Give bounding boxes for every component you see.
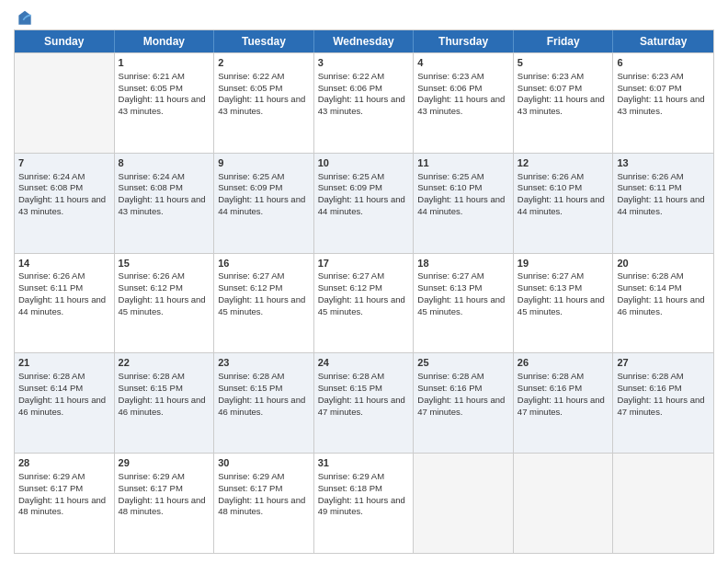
sunset-text: Sunset: 6:14 PM — [617, 282, 681, 293]
calendar-week: 28 Sunrise: 6:29 AM Sunset: 6:17 PM Dayl… — [15, 453, 713, 553]
calendar-day: 29 Sunrise: 6:29 AM Sunset: 6:17 PM Dayl… — [115, 454, 215, 553]
sunrise-text: Sunrise: 6:29 AM — [18, 471, 85, 481]
weekday-header: Thursday — [414, 30, 514, 52]
day-number: 30 — [218, 456, 310, 470]
daylight-text: Daylight: 11 hours and 44 minutes. — [18, 294, 106, 316]
sunset-text: Sunset: 6:09 PM — [318, 182, 382, 192]
calendar-day: 7 Sunrise: 6:24 AM Sunset: 6:08 PM Dayli… — [15, 154, 115, 253]
sunset-text: Sunset: 6:12 PM — [218, 282, 282, 293]
sunset-text: Sunset: 6:15 PM — [218, 383, 282, 393]
day-number: 23 — [218, 356, 310, 370]
sunrise-text: Sunrise: 6:25 AM — [417, 171, 483, 181]
daylight-text: Daylight: 11 hours and 43 minutes. — [318, 94, 405, 116]
sunset-text: Sunset: 6:11 PM — [617, 182, 681, 192]
calendar-day: 27 Sunrise: 6:28 AM Sunset: 6:16 PM Dayl… — [613, 353, 713, 453]
sunset-text: Sunset: 6:15 PM — [318, 383, 382, 393]
calendar-header: SundayMondayTuesdayWednesdayThursdayFrid… — [15, 30, 713, 52]
day-number: 16 — [218, 257, 310, 270]
sunset-text: Sunset: 6:06 PM — [417, 83, 482, 93]
calendar-day: 31 Sunrise: 6:29 AM Sunset: 6:18 PM Dayl… — [314, 454, 415, 553]
sunrise-text: Sunrise: 6:28 AM — [119, 371, 185, 381]
sunrise-text: Sunrise: 6:28 AM — [318, 371, 384, 381]
sunrise-text: Sunrise: 6:22 AM — [318, 71, 384, 81]
calendar-day: 19 Sunrise: 6:27 AM Sunset: 6:13 PM Dayl… — [514, 254, 614, 353]
day-number: 7 — [18, 156, 110, 170]
empty-cell — [15, 53, 115, 153]
daylight-text: Daylight: 11 hours and 43 minutes. — [18, 194, 106, 216]
sunrise-text: Sunrise: 6:27 AM — [417, 270, 483, 281]
day-number: 28 — [18, 456, 110, 470]
calendar-day: 28 Sunrise: 6:29 AM Sunset: 6:17 PM Dayl… — [15, 454, 115, 553]
sunset-text: Sunset: 6:11 PM — [18, 282, 83, 293]
calendar-day: 13 Sunrise: 6:26 AM Sunset: 6:11 PM Dayl… — [613, 154, 713, 253]
sunset-text: Sunset: 6:07 PM — [617, 83, 681, 93]
sunset-text: Sunset: 6:17 PM — [218, 483, 282, 493]
sunset-text: Sunset: 6:10 PM — [417, 182, 482, 192]
daylight-text: Daylight: 11 hours and 49 minutes. — [318, 495, 405, 517]
day-number: 24 — [318, 356, 410, 370]
daylight-text: Daylight: 11 hours and 46 minutes. — [617, 294, 704, 316]
calendar-day: 15 Sunrise: 6:26 AM Sunset: 6:12 PM Dayl… — [115, 254, 215, 353]
sunrise-text: Sunrise: 6:26 AM — [518, 171, 584, 181]
calendar-week: 14 Sunrise: 6:26 AM Sunset: 6:11 PM Dayl… — [15, 253, 713, 353]
day-number: 15 — [119, 257, 210, 270]
sunset-text: Sunset: 6:12 PM — [318, 282, 382, 293]
day-number: 5 — [518, 56, 609, 70]
sunset-text: Sunset: 6:17 PM — [18, 483, 83, 493]
weekday-header: Monday — [115, 30, 215, 52]
day-number: 9 — [218, 156, 310, 170]
sunrise-text: Sunrise: 6:28 AM — [417, 371, 483, 381]
sunset-text: Sunset: 6:15 PM — [119, 383, 183, 393]
weekday-header: Tuesday — [214, 30, 314, 52]
calendar-day: 30 Sunrise: 6:29 AM Sunset: 6:17 PM Dayl… — [214, 454, 314, 553]
daylight-text: Daylight: 11 hours and 43 minutes. — [218, 94, 305, 116]
calendar-day: 22 Sunrise: 6:28 AM Sunset: 6:15 PM Dayl… — [115, 353, 215, 453]
calendar-day: 16 Sunrise: 6:27 AM Sunset: 6:12 PM Dayl… — [214, 254, 314, 353]
sunrise-text: Sunrise: 6:25 AM — [218, 171, 284, 181]
sunrise-text: Sunrise: 6:29 AM — [218, 471, 284, 481]
day-number: 10 — [318, 156, 410, 170]
sunrise-text: Sunrise: 6:23 AM — [617, 71, 683, 81]
empty-cell — [414, 454, 514, 553]
sunset-text: Sunset: 6:13 PM — [518, 282, 582, 293]
calendar-day: 24 Sunrise: 6:28 AM Sunset: 6:15 PM Dayl… — [314, 353, 415, 453]
calendar-day: 21 Sunrise: 6:28 AM Sunset: 6:14 PM Dayl… — [15, 353, 115, 453]
day-number: 22 — [119, 356, 210, 370]
calendar-day: 6 Sunrise: 6:23 AM Sunset: 6:07 PM Dayli… — [613, 53, 713, 153]
calendar-day: 18 Sunrise: 6:27 AM Sunset: 6:13 PM Dayl… — [414, 254, 514, 353]
weekday-header: Wednesday — [314, 30, 415, 52]
day-number: 8 — [119, 156, 210, 170]
sunrise-text: Sunrise: 6:23 AM — [518, 71, 584, 81]
day-number: 13 — [617, 156, 710, 170]
sunset-text: Sunset: 6:08 PM — [18, 182, 83, 192]
sunset-text: Sunset: 6:12 PM — [119, 282, 183, 293]
day-number: 2 — [218, 56, 310, 70]
day-number: 25 — [417, 356, 509, 370]
calendar-day: 12 Sunrise: 6:26 AM Sunset: 6:10 PM Dayl… — [514, 154, 614, 253]
daylight-text: Daylight: 11 hours and 48 minutes. — [18, 495, 106, 517]
sunrise-text: Sunrise: 6:27 AM — [318, 270, 384, 281]
sunrise-text: Sunrise: 6:23 AM — [417, 71, 483, 81]
logo — [14, 9, 34, 24]
calendar-week: 21 Sunrise: 6:28 AM Sunset: 6:14 PM Dayl… — [15, 352, 713, 453]
calendar-week: 1 Sunrise: 6:21 AM Sunset: 6:05 PM Dayli… — [15, 52, 713, 153]
calendar-day: 11 Sunrise: 6:25 AM Sunset: 6:10 PM Dayl… — [414, 154, 514, 253]
daylight-text: Daylight: 11 hours and 43 minutes. — [417, 94, 505, 116]
calendar-day: 3 Sunrise: 6:22 AM Sunset: 6:06 PM Dayli… — [314, 53, 415, 153]
daylight-text: Daylight: 11 hours and 43 minutes. — [119, 94, 206, 116]
daylight-text: Daylight: 11 hours and 47 minutes. — [617, 395, 704, 417]
day-number: 21 — [18, 356, 110, 370]
calendar-day: 9 Sunrise: 6:25 AM Sunset: 6:09 PM Dayli… — [214, 154, 314, 253]
sunset-text: Sunset: 6:10 PM — [518, 182, 582, 192]
daylight-text: Daylight: 11 hours and 46 minutes. — [119, 395, 206, 417]
day-number: 19 — [518, 257, 609, 270]
day-number: 31 — [318, 456, 410, 470]
empty-cell — [514, 454, 614, 553]
calendar-day: 20 Sunrise: 6:28 AM Sunset: 6:14 PM Dayl… — [613, 254, 713, 353]
sunset-text: Sunset: 6:05 PM — [119, 83, 183, 93]
sunrise-text: Sunrise: 6:27 AM — [518, 270, 584, 281]
daylight-text: Daylight: 11 hours and 47 minutes. — [417, 395, 505, 417]
daylight-text: Daylight: 11 hours and 43 minutes. — [617, 94, 704, 116]
sunrise-text: Sunrise: 6:28 AM — [18, 371, 85, 381]
calendar-week: 7 Sunrise: 6:24 AM Sunset: 6:08 PM Dayli… — [15, 153, 713, 253]
